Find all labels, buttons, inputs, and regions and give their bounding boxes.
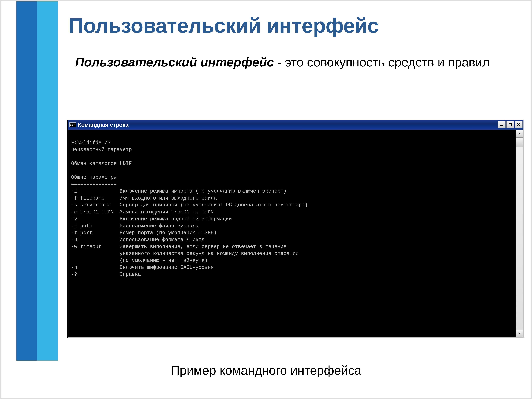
cmd-window: C:\ Командная строка E:\>ldifde /? Неизв…: [68, 120, 524, 338]
svg-rect-2: [509, 123, 512, 124]
cmd-app-icon: C:\: [69, 122, 76, 127]
definition-text: Пользовательский интерфейс - это совокуп…: [69, 54, 522, 71]
cmd-body-row: E:\>ldifde /? Неизвестный параметр Обмен…: [68, 130, 523, 337]
scroll-thumb[interactable]: [516, 138, 523, 147]
scroll-track[interactable]: [516, 147, 523, 329]
maximize-button[interactable]: [506, 121, 514, 128]
svg-rect-0: [500, 125, 503, 126]
cmd-icon-text: C:\: [70, 123, 75, 127]
cmd-window-buttons: [498, 121, 523, 128]
chevron-down-icon: [518, 332, 521, 335]
maximize-icon: [508, 123, 512, 126]
minimize-icon: [500, 123, 504, 126]
close-button[interactable]: [515, 121, 523, 128]
cmd-output[interactable]: E:\>ldifde /? Неизвестный параметр Обмен…: [68, 130, 516, 337]
chevron-up-icon: [518, 132, 521, 135]
slide-title: Пользовательский интерфейс: [69, 15, 522, 37]
slide: Пользовательский интерфейс Пользовательс…: [2, 1, 530, 398]
accent-bar-dark: [17, 1, 37, 361]
cmd-scrollbar[interactable]: [516, 130, 523, 337]
scroll-down-button[interactable]: [516, 329, 523, 337]
definition-term: Пользовательский интерфейс: [75, 55, 274, 69]
definition-rest: - это совокупность средств и правил: [274, 55, 490, 69]
cmd-titlebar[interactable]: C:\ Командная строка: [68, 120, 523, 130]
accent-bar-light: [37, 1, 58, 361]
cmd-window-title: Командная строка: [78, 122, 128, 128]
close-icon: [517, 123, 520, 126]
content-column: Пользовательский интерфейс Пользовательс…: [69, 15, 522, 71]
minimize-button[interactable]: [498, 121, 506, 128]
slide-caption: Пример командного интерфейса: [2, 363, 530, 378]
scroll-up-button[interactable]: [516, 130, 523, 138]
accent-bars: [17, 1, 58, 361]
